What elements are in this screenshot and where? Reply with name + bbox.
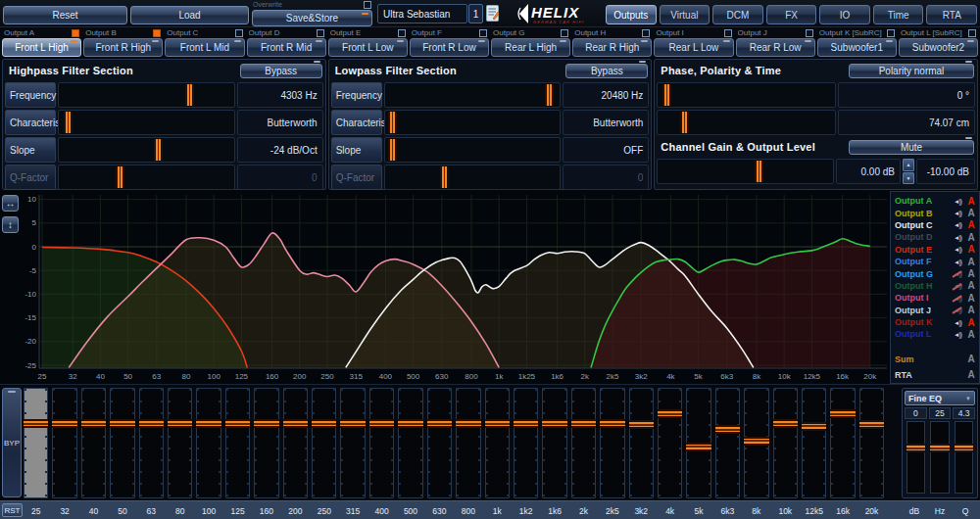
- horizontal-zoom-icon[interactable]: ↔: [2, 195, 19, 212]
- tab-virtual[interactable]: Virtual: [660, 5, 710, 24]
- speaker-icon[interactable]: ◄)): [950, 259, 965, 265]
- reset-button[interactable]: Reset: [3, 6, 127, 24]
- lowpass-characteristic-slider[interactable]: [384, 110, 562, 135]
- slider-handle[interactable]: [906, 444, 925, 452]
- setup-number-field[interactable]: 1: [468, 4, 483, 24]
- amp-assign-label[interactable]: A: [965, 196, 977, 207]
- eq-band-handle[interactable]: [340, 419, 365, 428]
- eq-band-16k[interactable]: [830, 388, 855, 498]
- slider-handle[interactable]: [545, 84, 554, 106]
- slider-handle[interactable]: [755, 161, 763, 182]
- eq-band-315[interactable]: [340, 388, 365, 498]
- slider-handle[interactable]: [116, 166, 124, 188]
- eq-band-handle[interactable]: [658, 409, 682, 418]
- eq-band-handle[interactable]: [81, 419, 106, 428]
- eq-band-100[interactable]: [196, 388, 220, 498]
- legend-row[interactable]: Output I◄))A: [895, 292, 977, 304]
- speaker-icon[interactable]: ◄)): [950, 319, 965, 326]
- delay-slider[interactable]: [657, 110, 836, 135]
- channel-button-front-l-high[interactable]: Front L High: [2, 38, 81, 57]
- legend-row[interactable]: Output J◄))A: [895, 305, 977, 316]
- slider-handle[interactable]: [388, 112, 397, 133]
- eq-band-handle[interactable]: [744, 437, 768, 446]
- legend-row[interactable]: Output B◄))A: [895, 207, 977, 218]
- eq-band-250[interactable]: [312, 388, 336, 498]
- amp-assign-label[interactable]: A: [965, 232, 977, 243]
- eq-band-3k2[interactable]: [629, 388, 654, 498]
- eq-band-handle[interactable]: [542, 419, 566, 428]
- speaker-icon[interactable]: ◄)): [950, 234, 965, 241]
- fine-q-slider[interactable]: [955, 421, 973, 494]
- eq-band-1k2[interactable]: [514, 388, 538, 498]
- eq-band-handle[interactable]: [196, 419, 220, 428]
- phase-slider[interactable]: [657, 82, 836, 108]
- eq-band-handle[interactable]: [225, 419, 250, 428]
- fine-db-slider[interactable]: [906, 421, 925, 494]
- eq-band-63[interactable]: [139, 388, 164, 498]
- channel-button-rear-r-low[interactable]: Rear R Low: [736, 38, 815, 57]
- eq-band-handle[interactable]: [773, 419, 798, 428]
- legend-row[interactable]: Output D◄))A: [895, 231, 977, 243]
- legend-row[interactable]: Output F◄))A: [895, 256, 977, 267]
- slider-handle[interactable]: [185, 84, 194, 106]
- eq-band-handle[interactable]: [139, 419, 164, 428]
- eq-band-125[interactable]: [225, 388, 250, 498]
- response-plot[interactable]: 2532405063801001251602002503154005006308…: [0, 191, 890, 384]
- eq-band-handle[interactable]: [686, 443, 710, 451]
- channel-button-rear-l-low[interactable]: Rear L Low: [654, 38, 733, 57]
- lowpass-slope-slider[interactable]: [384, 137, 562, 163]
- output-checkbox[interactable]: [806, 29, 813, 37]
- tab-dcm[interactable]: DCM: [712, 5, 763, 24]
- eq-band-handle[interactable]: [110, 419, 134, 428]
- eq-band-10k[interactable]: [773, 388, 798, 498]
- slider-handle[interactable]: [388, 139, 397, 161]
- tab-fx[interactable]: FX: [766, 5, 817, 24]
- highpass-characteristic-slider[interactable]: [58, 110, 235, 135]
- edit-document-icon[interactable]: [486, 5, 499, 22]
- output-checkbox[interactable]: [235, 29, 243, 37]
- output-checkbox[interactable]: [968, 29, 976, 37]
- eq-band-handle[interactable]: [427, 419, 452, 428]
- output-checkbox[interactable]: [317, 29, 324, 37]
- slider-handle[interactable]: [930, 444, 949, 452]
- eq-band-5k[interactable]: [686, 388, 710, 498]
- channel-button-rear-l-high[interactable]: Rear L High: [491, 38, 570, 57]
- spinner-up-icon[interactable]: ▲: [903, 159, 914, 171]
- eq-band-12k5[interactable]: [802, 388, 826, 498]
- amp-assign-label[interactable]: A: [965, 305, 977, 315]
- legend-row[interactable]: Output G◄))A: [895, 267, 977, 279]
- eq-band-handle[interactable]: [859, 420, 884, 429]
- amp-assign-label[interactable]: A: [965, 293, 977, 304]
- amp-assign-label[interactable]: A: [965, 317, 977, 328]
- amp-assign-label[interactable]: A: [965, 354, 977, 364]
- polarity-button[interactable]: Polarity normal: [849, 64, 974, 78]
- eq-band-handle[interactable]: [571, 419, 596, 428]
- eq-band-32[interactable]: [52, 388, 76, 498]
- lowpass-bypass-button[interactable]: Bypass: [565, 64, 648, 78]
- eq-band-2k5[interactable]: [600, 388, 624, 498]
- eq-band-50[interactable]: [110, 388, 134, 498]
- eq-band-handle[interactable]: [485, 419, 510, 428]
- speaker-icon[interactable]: ◄)): [950, 295, 965, 302]
- fine-hz-slider[interactable]: [930, 421, 949, 494]
- legend-row[interactable]: Output E◄))A: [895, 244, 977, 256]
- legend-row[interactable]: Output K◄))A: [895, 316, 977, 328]
- eq-band-handle[interactable]: [514, 419, 538, 428]
- highpass-frequency-slider[interactable]: [58, 82, 235, 108]
- vertical-zoom-icon[interactable]: ↕: [2, 216, 19, 233]
- output-checkbox[interactable]: [398, 29, 406, 37]
- legend-row[interactable]: Output C◄))A: [895, 219, 977, 231]
- eq-band-20k[interactable]: [859, 388, 884, 498]
- output-checkbox[interactable]: [642, 29, 650, 37]
- speaker-icon[interactable]: ◄)): [950, 307, 965, 313]
- channel-button-subwoofer1[interactable]: Subwoofer1: [817, 38, 897, 57]
- highpass-bypass-button[interactable]: Bypass: [240, 64, 322, 78]
- eq-band-handle[interactable]: [254, 419, 278, 428]
- output-checkbox[interactable]: [561, 29, 568, 37]
- channel-button-front-r-high[interactable]: Front R High: [83, 38, 163, 57]
- eq-band-handle[interactable]: [312, 419, 336, 428]
- eq-band-handle[interactable]: [168, 419, 192, 428]
- amp-assign-label[interactable]: A: [965, 329, 977, 340]
- overwrite-checkbox[interactable]: [364, 1, 371, 9]
- speaker-icon[interactable]: ◄)): [950, 198, 965, 205]
